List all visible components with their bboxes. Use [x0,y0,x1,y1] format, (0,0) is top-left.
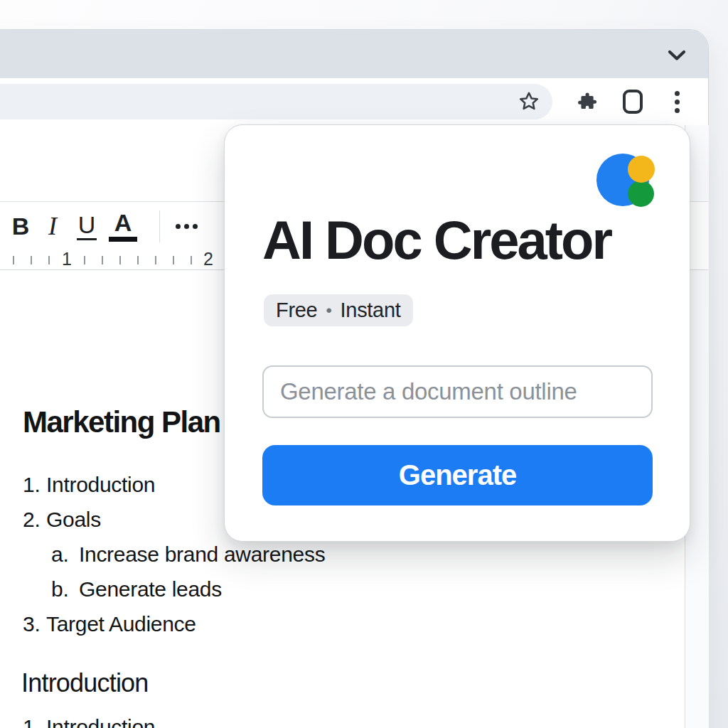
generate-button[interactable]: Generate [262,445,653,505]
list-text: Target Audience [46,614,196,635]
list-marker: 2. [23,509,46,530]
browser-tabstrip [0,30,708,78]
list-text: Generate leads [79,579,222,600]
outline-item-partial: 1. Introduction [23,717,155,728]
badge-free-label: Free [276,299,317,322]
badge-instant-label: Instant [341,299,401,322]
list-text: Increase brand awareness [79,544,325,565]
list-text: Introduction [46,474,155,496]
outline-item: 2. Goals [23,509,101,530]
outline-subitem: a. Increase brand awareness [51,544,325,565]
ai-doc-creator-popup: AI Doc Creator Free • Instant Generate [224,124,690,542]
three-circles-logo-icon [225,125,690,210]
browser-menu-dots-icon[interactable] [673,90,680,114]
document-title: Marketing Plan [23,405,220,439]
badge-separator-dot: • [326,294,331,326]
list-text: Introduction [46,717,155,728]
list-marker: 1. [23,717,46,728]
outline-subitem: b. Generate leads [51,579,222,600]
list-marker: 3. [23,614,46,635]
browser-toolbar [0,78,708,126]
outline-item: 1. Introduction [23,474,155,496]
list-marker: a. [51,544,79,565]
address-bar[interactable] [0,84,552,119]
list-marker: b. [51,579,79,600]
outline-item: 3. Target Audience [23,614,196,635]
popup-title: AI Doc Creator [262,213,611,267]
logo-green-circle [628,181,654,207]
extensions-puzzle-icon[interactable] [576,90,599,113]
chevron-down-icon[interactable] [668,49,686,62]
page: B I U A 1 2 [0,0,728,728]
list-text: Goals [46,509,101,530]
prompt-input[interactable] [262,365,653,418]
logo-yellow-circle [628,156,655,183]
list-marker: 1. [23,474,46,496]
section-heading: Introduction [21,668,149,698]
bookmark-star-icon[interactable] [517,90,541,114]
free-instant-badge: Free • Instant [264,294,413,326]
profile-icon[interactable] [623,90,643,114]
